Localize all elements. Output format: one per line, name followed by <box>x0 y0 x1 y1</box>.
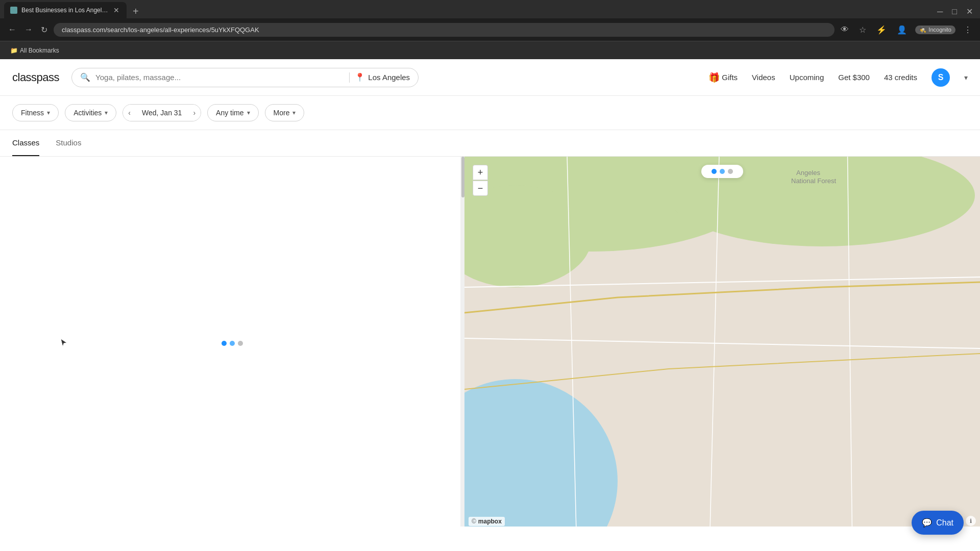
upcoming-label: Upcoming <box>790 73 824 82</box>
map-container[interactable]: Angeles National Forest <box>464 157 980 527</box>
user-avatar[interactable]: S <box>932 68 950 87</box>
date-next-button[interactable]: › <box>188 105 201 121</box>
map-loading-dot-3 <box>728 169 733 174</box>
chat-icon: 💬 <box>922 518 932 527</box>
map-attribution: © mapbox <box>469 517 505 526</box>
mapbox-label: mapbox <box>478 518 502 525</box>
chat-label: Chat <box>936 518 953 527</box>
loading-dot-3 <box>238 341 243 346</box>
tab-title: Best Businesses in Los Angeles <box>21 7 108 14</box>
nav-get300[interactable]: Get $300 <box>838 73 870 82</box>
svg-rect-7 <box>464 440 592 527</box>
time-chevron-icon: ▾ <box>247 109 250 116</box>
results-scrollbar[interactable] <box>460 157 464 527</box>
eye-off-icon[interactable]: 👁 <box>839 23 851 36</box>
more-filter-button[interactable]: More ▾ <box>265 104 305 121</box>
more-filter-label: More <box>274 109 290 117</box>
chat-button[interactable]: 💬 Chat <box>912 511 964 527</box>
menu-button[interactable]: ⋮ <box>962 23 974 37</box>
zoom-out-button[interactable]: − <box>473 181 488 196</box>
user-menu-chevron-icon[interactable]: ▾ <box>964 73 968 82</box>
map-loading-indicator <box>701 165 743 178</box>
more-chevron-icon: ▾ <box>292 109 296 116</box>
gifts-icon: 🎁 <box>708 72 720 83</box>
bookmarks-bar: 📁 All Bookmarks <box>0 41 980 59</box>
map-loading-dot-2 <box>720 169 725 174</box>
bookmarks-label: All Bookmarks <box>20 47 59 54</box>
location-divider <box>349 72 350 83</box>
activities-filter-label: Activities <box>74 109 102 117</box>
forward-button[interactable]: → <box>22 23 35 36</box>
loading-dot-2 <box>230 341 235 346</box>
activities-chevron-icon: ▾ <box>105 109 108 116</box>
tab-bar: Best Businesses in Los Angeles ✕ + ─ □ ✕ <box>0 0 980 18</box>
address-bar: ← → ↻ 👁 ☆ ⚡ 👤 🕵 Incognito ⋮ <box>0 18 980 41</box>
map-loading-dot-1 <box>712 169 717 174</box>
results-panel <box>0 157 464 527</box>
credits-display[interactable]: 43 credits <box>884 73 917 82</box>
gifts-label: Gifts <box>722 73 738 82</box>
nav-gifts[interactable]: 🎁 Gifts <box>708 72 738 83</box>
refresh-button[interactable]: ↻ <box>39 23 50 37</box>
main-content: Angeles National Forest <box>0 157 980 527</box>
incognito-label: Incognito <box>928 27 951 33</box>
extension-icon[interactable]: ⚡ <box>874 23 889 37</box>
browser-chrome: Best Businesses in Los Angeles ✕ + ─ □ ✕… <box>0 0 980 59</box>
search-input[interactable] <box>95 73 344 82</box>
search-icon: 🔍 <box>80 72 90 82</box>
filter-bar: Fitness ▾ Activities ▾ ‹ Wed, Jan 31 › A… <box>0 96 980 130</box>
address-input[interactable] <box>62 26 826 34</box>
fitness-chevron-icon: ▾ <box>47 109 50 116</box>
incognito-icon: 🕵 <box>919 27 926 33</box>
svg-text:Angeles: Angeles <box>796 169 820 177</box>
location-text: Los Angeles <box>368 73 410 82</box>
profile-icon[interactable]: 👤 <box>895 23 909 37</box>
bookmarks-item[interactable]: 📁 All Bookmarks <box>6 45 63 56</box>
search-bar[interactable]: 🔍 📍 Los Angeles <box>71 68 419 87</box>
map-svg: Angeles National Forest <box>464 157 980 527</box>
map-controls: + − <box>473 165 488 196</box>
incognito-badge: 🕵 Incognito <box>915 26 955 34</box>
close-button[interactable]: ✕ <box>963 5 976 18</box>
page-content: classpass 🔍 📍 Los Angeles 🎁 Gifts Videos… <box>0 59 980 527</box>
tab-favicon <box>10 7 17 14</box>
map-panel: Angeles National Forest <box>464 157 980 527</box>
minimize-button[interactable]: ─ <box>934 5 946 18</box>
location-display[interactable]: 📍 Los Angeles <box>355 72 410 82</box>
videos-label: Videos <box>752 73 775 82</box>
nav-upcoming[interactable]: Upcoming <box>790 73 824 82</box>
bookmarks-icon: 📁 <box>10 47 18 54</box>
zoom-in-button[interactable]: + <box>473 165 488 180</box>
tabs-bar: Classes Studios <box>0 130 980 157</box>
tab-close-button[interactable]: ✕ <box>112 7 120 14</box>
date-prev-button[interactable]: ‹ <box>123 105 136 121</box>
new-tab-button[interactable]: + <box>129 4 143 18</box>
mouse-cursor <box>59 338 69 348</box>
nav-videos[interactable]: Videos <box>752 73 775 82</box>
location-pin-icon: 📍 <box>355 72 365 82</box>
tab-studios[interactable]: Studios <box>56 130 81 156</box>
activities-filter-button[interactable]: Activities ▾ <box>65 104 116 121</box>
date-display[interactable]: Wed, Jan 31 <box>136 105 188 121</box>
time-filter-button[interactable]: Any time ▾ <box>207 104 258 121</box>
maximize-button[interactable]: □ <box>949 5 960 18</box>
header-nav: 🎁 Gifts Videos Upcoming Get $300 43 cred… <box>708 68 968 87</box>
bookmark-icon[interactable]: ☆ <box>857 23 868 37</box>
fitness-filter-button[interactable]: Fitness ▾ <box>12 104 59 121</box>
loading-dot-1 <box>222 341 227 346</box>
browser-action-icons: 👁 ☆ ⚡ 👤 🕵 Incognito ⋮ <box>839 23 974 37</box>
classpass-logo[interactable]: classpass <box>12 71 59 84</box>
svg-text:National Forest: National Forest <box>791 177 837 185</box>
date-filter: ‹ Wed, Jan 31 › <box>122 104 201 121</box>
browser-tab-active[interactable]: Best Businesses in Los Angeles ✕ <box>4 2 127 18</box>
back-button[interactable]: ← <box>6 23 18 36</box>
fitness-filter-label: Fitness <box>21 109 44 117</box>
classpass-header: classpass 🔍 📍 Los Angeles 🎁 Gifts Videos… <box>0 59 980 96</box>
tab-classes[interactable]: Classes <box>12 130 39 156</box>
time-filter-label: Any time <box>216 109 243 117</box>
results-loading-indicator <box>222 341 243 346</box>
map-info-button[interactable]: ℹ <box>966 516 976 526</box>
address-input-wrapper[interactable] <box>54 23 835 37</box>
mapbox-logo: © mapbox <box>469 517 505 526</box>
get300-label: Get $300 <box>838 73 870 82</box>
